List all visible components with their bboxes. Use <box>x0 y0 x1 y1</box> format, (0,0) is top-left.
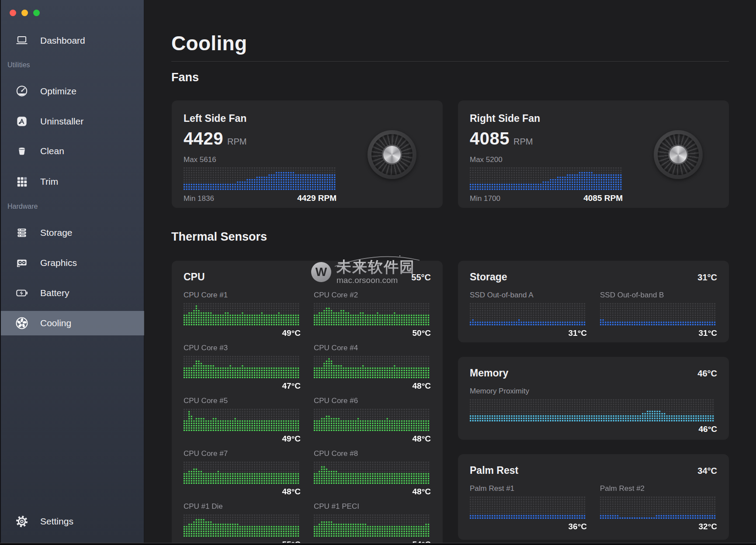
sensor-temp: 46°C <box>470 424 717 434</box>
server-stack-icon <box>13 225 31 241</box>
sensor-temp: 48°C <box>184 487 301 497</box>
page-title: Cooling <box>171 31 247 55</box>
fan-min-label: Min 1836 <box>184 194 214 203</box>
fan-wheel-image <box>368 130 416 179</box>
gpu-icon <box>13 255 31 271</box>
fan-rpm-value: 4085 <box>470 129 510 148</box>
divider <box>171 61 729 62</box>
sensor-tile: CPU #1 Die 55°C <box>184 502 301 545</box>
card-temp: 34°C <box>697 466 717 476</box>
gauge-icon <box>13 83 31 99</box>
sensor-temp: 48°C <box>314 381 431 391</box>
sidebar-item-storage[interactable]: Storage <box>0 221 144 245</box>
fan-min-label: Min 1700 <box>470 194 500 203</box>
card-title: Memory <box>470 367 508 379</box>
sensor-history-chart <box>314 514 431 537</box>
sensor-tile: CPU Core #3 47°C <box>184 344 301 391</box>
sensor-tile: CPU Core #5 49°C <box>184 397 301 444</box>
fan-wheel-image <box>654 130 703 179</box>
sidebar-item-graphics[interactable]: Graphics <box>0 251 144 275</box>
thermal-sensors-heading: Thermal Sensors <box>171 230 267 244</box>
sensor-tile: CPU Core #6 48°C <box>314 397 431 444</box>
sensor-label: CPU Core #2 <box>314 291 431 300</box>
sidebar-item-settings[interactable]: Settings <box>0 509 144 534</box>
gear-icon <box>13 514 31 529</box>
window-bottom-edge <box>0 543 756 545</box>
sensor-label: CPU #1 Die <box>184 502 301 511</box>
sidebar-item-label: Graphics <box>40 258 77 268</box>
sidebar-section-utilities: Utilities <box>7 61 30 69</box>
sidebar-item-label: Settings <box>40 516 73 527</box>
sensor-temp: 47°C <box>184 381 301 391</box>
sensor-label: CPU Core #5 <box>184 397 301 405</box>
card-temp: 31°C <box>697 272 717 283</box>
sensor-tile: Memory Proximity 46°C <box>470 387 717 434</box>
sensor-tile: CPU Core #1 49°C <box>184 291 301 338</box>
sensor-history-chart <box>184 461 301 484</box>
sensor-temp: 50°C <box>314 328 431 338</box>
fan-name: Left Side Fan <box>184 113 431 124</box>
sensor-history-chart <box>470 399 717 422</box>
sensor-tile: CPU Core #7 48°C <box>184 449 301 497</box>
sidebar-item-label: Battery <box>40 288 69 298</box>
sidebar-item-uninstaller[interactable]: Uninstaller <box>0 109 144 134</box>
sensor-history-chart <box>184 303 301 326</box>
sidebar-item-optimize[interactable]: Optimize <box>0 79 144 103</box>
sensor-temp: 49°C <box>184 434 301 444</box>
sensor-label: SSD Out-of-band B <box>600 291 717 300</box>
left-fan-card: Left Side Fan 4429 RPM Max 5616 Min 1836… <box>172 100 443 208</box>
sidebar-item-label: Storage <box>40 228 73 238</box>
window-edge <box>0 0 1 545</box>
fan-rpm-unit: RPM <box>513 137 533 147</box>
fan-icon <box>13 315 31 331</box>
sensor-history-chart <box>184 514 301 537</box>
fans-heading: Fans <box>171 71 199 84</box>
sensor-temp: 48°C <box>314 487 431 497</box>
sensor-label: CPU Core #3 <box>184 344 301 352</box>
sidebar-item-label: Clean <box>40 146 64 156</box>
window-controls <box>10 10 40 16</box>
bucket-icon <box>13 143 31 159</box>
sensor-temp: 31°C <box>470 328 587 338</box>
sensor-tile: SSD Out-of-band A 31°C <box>470 291 587 338</box>
sidebar-item-dashboard[interactable]: Dashboard <box>0 28 144 53</box>
minimize-window-button[interactable] <box>21 10 28 16</box>
card-temp: 55°C <box>411 272 431 283</box>
sensor-label: Palm Rest #2 <box>600 484 717 493</box>
sensor-history-chart <box>314 408 431 431</box>
sensor-label: CPU Core #7 <box>184 449 301 458</box>
sensor-label: CPU Core #1 <box>184 291 301 300</box>
sensor-history-chart <box>314 355 431 379</box>
zoom-window-button[interactable] <box>33 10 40 16</box>
sidebar-item-cooling[interactable]: Cooling <box>0 311 144 335</box>
sensor-label: CPU #1 PECI <box>314 502 431 511</box>
appstore-icon <box>13 114 31 129</box>
sidebar-section-hardware: Hardware <box>7 203 38 210</box>
sensor-temp: 48°C <box>314 434 431 444</box>
card-title: CPU <box>184 271 205 283</box>
sensor-tile: SSD Out-of-band B 31°C <box>600 291 717 338</box>
sidebar-item-battery[interactable]: Battery <box>0 281 144 305</box>
card-title: Palm Rest <box>470 465 518 476</box>
storage-sensors-card: Storage 31°C SSD Out-of-band A 31°C SSD … <box>458 261 729 342</box>
fan-rpm-unit: RPM <box>227 137 246 147</box>
sidebar-item-label: Cooling <box>40 318 71 328</box>
sensor-temp: 32°C <box>600 522 717 531</box>
sensor-history-chart <box>314 461 431 484</box>
sensor-history-chart <box>470 303 587 326</box>
sidebar-item-clean[interactable]: Clean <box>0 139 144 163</box>
fan-current-label: 4429 RPM <box>297 193 336 203</box>
palmrest-sensors-card: Palm Rest 34°C Palm Rest #1 36°C Palm Re… <box>458 454 729 540</box>
fan-history-chart <box>184 167 336 190</box>
right-fan-card: Right Side Fan 4085 RPM Max 5200 Min 170… <box>458 100 729 208</box>
sensor-history-chart <box>184 355 301 379</box>
sensor-history-chart <box>600 303 717 326</box>
close-window-button[interactable] <box>10 10 16 16</box>
sensor-history-chart <box>314 303 431 326</box>
sensor-label: Memory Proximity <box>470 387 717 396</box>
sidebar-item-label: Uninstaller <box>40 116 83 127</box>
fan-name: Right Side Fan <box>470 113 717 124</box>
sidebar-item-trim[interactable]: Trim <box>0 169 144 194</box>
sensor-label: Palm Rest #1 <box>470 484 587 493</box>
sensor-label: CPU Core #8 <box>314 449 431 458</box>
